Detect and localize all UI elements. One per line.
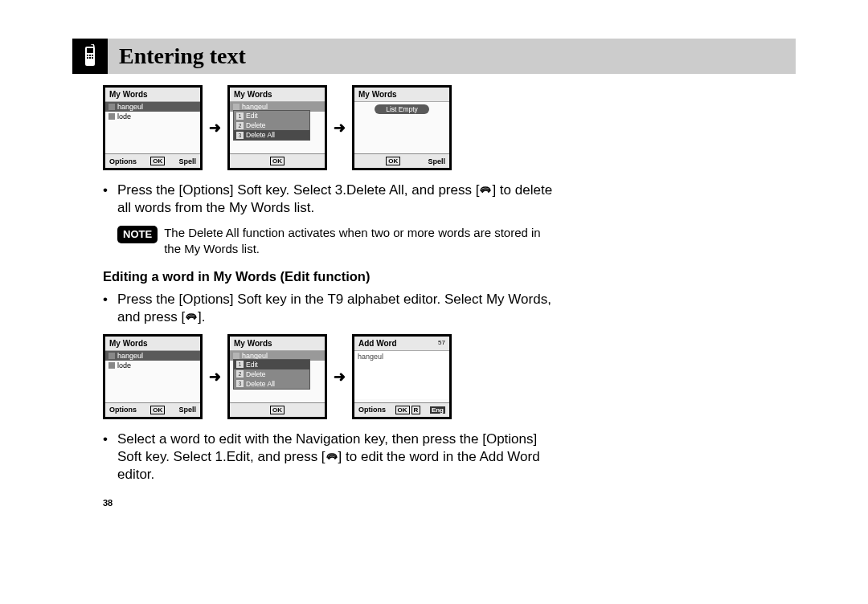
phone-screen: My Words hangeul 1Edit 2Delete 3Delete A… <box>227 85 327 170</box>
r-indicator: R <box>411 406 421 414</box>
sub-heading: Editing a word in My Words (Edit functio… <box>103 269 553 284</box>
note-badge: NOTE <box>117 226 158 243</box>
menu-item: Delete All <box>246 131 275 139</box>
menu-item: Delete All <box>246 380 275 388</box>
note-text: The Delete All function activates when t… <box>164 225 553 258</box>
softkey-left: Options <box>109 406 137 414</box>
page-title: Entering text <box>119 43 246 69</box>
svg-rect-1 <box>87 48 93 53</box>
phone-keypad-icon <box>72 39 108 74</box>
screen-title: My Words <box>109 90 148 99</box>
menu-item: Delete <box>246 121 266 129</box>
screen-title: Add Word <box>358 339 397 348</box>
phone-screen: My Words hangeul lode Options OK Spell <box>103 334 203 419</box>
screen-row-1: My Words hangeul lode Options OK Spell ➜… <box>103 85 553 170</box>
instruction-bullet: • Select a word to edit with the Navigat… <box>103 431 553 484</box>
softkey-right: Spell <box>428 157 445 165</box>
ok-key: OK <box>270 406 285 414</box>
phone-screen: My Words hangeul lode Options OK Spell <box>103 85 203 170</box>
empty-label: List Empty <box>375 104 429 114</box>
lang-indicator: Eng <box>430 406 445 414</box>
instruction-bullet: • Press the [Options] Soft key in the T9… <box>103 291 553 326</box>
ok-key: OK <box>150 406 165 414</box>
softkey-right: Spell <box>178 157 196 165</box>
list-item: lode <box>117 361 131 369</box>
softkey-left: Options <box>358 406 386 414</box>
note-block: NOTE The Delete All function activates w… <box>117 225 553 258</box>
swirl-key-icon <box>185 310 198 321</box>
phone-screen: My Words List Empty OK Spell <box>352 85 452 170</box>
ok-key: OK <box>270 157 285 165</box>
phone-screen: My Words hangeul 1Edit 2Delete 3Delete A… <box>227 334 327 419</box>
list-item: hangeul <box>117 103 143 111</box>
svg-rect-5 <box>87 57 88 59</box>
screen-title: My Words <box>109 339 148 348</box>
swirl-key-icon <box>326 450 338 461</box>
ok-key: OK <box>150 157 165 165</box>
phone-screen: Add Word 57 hangeul Options OK R Eng <box>352 334 452 419</box>
softkey-left: Options <box>109 157 137 165</box>
svg-rect-4 <box>92 55 93 56</box>
arrow-icon: ➜ <box>332 368 347 386</box>
ok-key: OK <box>386 157 400 165</box>
text-input: hangeul <box>354 351 449 399</box>
list-item: hangeul <box>117 352 143 360</box>
arrow-icon: ➜ <box>207 368 223 386</box>
svg-rect-2 <box>87 55 88 56</box>
softkey-right: Spell <box>178 406 196 414</box>
instruction-bullet: • Press the [Options] Soft key. Select 3… <box>103 182 553 217</box>
svg-rect-6 <box>89 57 91 59</box>
screen-title: My Words <box>234 90 272 99</box>
screen-row-2: My Words hangeul lode Options OK Spell ➜… <box>103 334 553 419</box>
page-number: 38 <box>103 498 796 508</box>
arrow-icon: ➜ <box>207 119 223 137</box>
screen-title: My Words <box>234 339 272 348</box>
swirl-key-icon <box>479 183 492 194</box>
section-header: Entering text <box>72 39 796 74</box>
screen-title: My Words <box>358 90 397 99</box>
char-counter: 57 <box>438 339 445 348</box>
menu-item: Edit <box>246 361 258 369</box>
arrow-icon: ➜ <box>332 119 347 137</box>
list-item: lode <box>117 112 131 120</box>
svg-rect-3 <box>89 55 91 56</box>
ok-key: OK <box>395 406 410 414</box>
menu-item: Edit <box>246 112 258 120</box>
menu-item: Delete <box>246 370 266 378</box>
svg-rect-7 <box>92 57 93 59</box>
